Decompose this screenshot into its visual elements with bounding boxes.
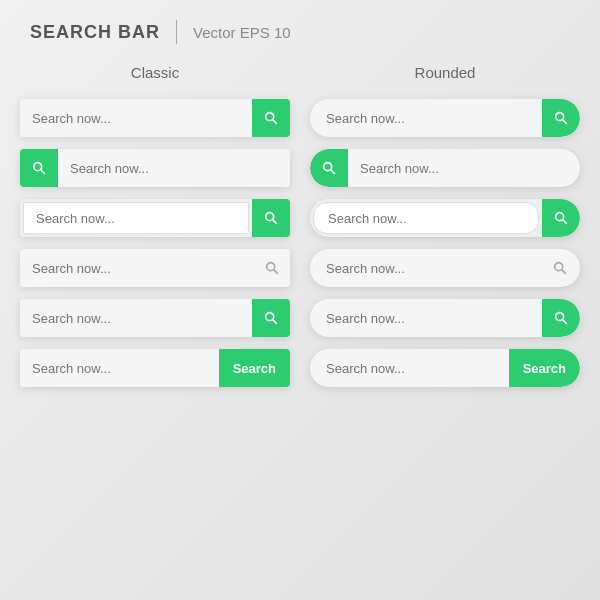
- search-input-r6[interactable]: [310, 361, 509, 376]
- search-bar-rounded-2: [310, 149, 580, 187]
- svg-line-5: [273, 220, 277, 224]
- search-text-button-c6[interactable]: Search: [219, 349, 290, 387]
- column-title-classic: Classic: [20, 64, 290, 81]
- svg-line-1: [273, 120, 277, 124]
- search-bar-rounded-5: [310, 299, 580, 337]
- svg-line-9: [273, 320, 277, 324]
- search-button-r5[interactable]: [542, 299, 580, 337]
- search-icon: [263, 110, 279, 126]
- search-button-c2[interactable]: [20, 149, 58, 187]
- search-bar-classic-4: [20, 249, 290, 287]
- search-bar-classic-6: Search: [20, 349, 290, 387]
- header-divider: [176, 20, 177, 44]
- svg-line-17: [562, 270, 566, 274]
- search-button-r2[interactable]: [310, 149, 348, 187]
- svg-line-3: [41, 170, 45, 174]
- search-input-c5[interactable]: [20, 311, 252, 326]
- search-bar-classic-2: [20, 149, 290, 187]
- search-icon: [321, 160, 337, 176]
- search-bar-rounded-3: [310, 199, 580, 237]
- search-input-c2[interactable]: [58, 161, 290, 176]
- svg-line-11: [563, 120, 567, 124]
- svg-line-7: [274, 270, 278, 274]
- column-classic: Classic: [20, 64, 290, 387]
- search-bar-classic-1: [20, 99, 290, 137]
- search-input-r5[interactable]: [310, 311, 542, 326]
- search-text-button-r6[interactable]: Search: [509, 349, 580, 387]
- search-bar-classic-3: [20, 199, 290, 237]
- search-icon: [263, 210, 279, 226]
- search-input-c6[interactable]: [20, 361, 219, 376]
- page-subtitle: Vector EPS 10: [193, 24, 291, 41]
- column-rounded: Rounded: [310, 64, 580, 387]
- svg-line-19: [563, 320, 567, 324]
- search-input-r1[interactable]: [310, 111, 542, 126]
- search-icon: [553, 310, 569, 326]
- search-button-c1[interactable]: [252, 99, 290, 137]
- search-input-r3[interactable]: [313, 202, 539, 234]
- search-input-c1[interactable]: [20, 111, 252, 126]
- search-icon-gray: [264, 260, 280, 276]
- svg-line-15: [563, 220, 567, 224]
- search-icon: [31, 160, 47, 176]
- search-button-r3[interactable]: [542, 199, 580, 237]
- search-input-r4[interactable]: [310, 261, 552, 276]
- search-input-r2[interactable]: [348, 161, 580, 176]
- search-button-r1[interactable]: [542, 99, 580, 137]
- column-title-rounded: Rounded: [310, 64, 580, 81]
- search-bar-rounded-4: [310, 249, 580, 287]
- search-bar-classic-5: [20, 299, 290, 337]
- search-button-c5[interactable]: [252, 299, 290, 337]
- search-icon: [553, 210, 569, 226]
- page-title: SEARCH BAR: [30, 22, 160, 43]
- search-input-c4[interactable]: [20, 261, 264, 276]
- search-icon: [263, 310, 279, 326]
- search-icon-gray: [552, 260, 568, 276]
- search-icon: [553, 110, 569, 126]
- svg-line-13: [331, 170, 335, 174]
- search-bar-rounded-1: [310, 99, 580, 137]
- search-button-c3[interactable]: [252, 199, 290, 237]
- search-bar-rounded-6: Search: [310, 349, 580, 387]
- search-input-c3[interactable]: [23, 202, 249, 234]
